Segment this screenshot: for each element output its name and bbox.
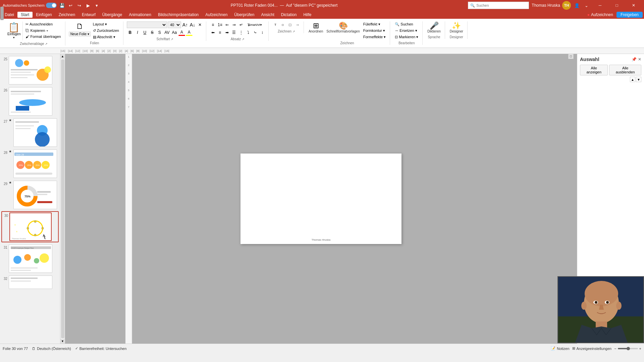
numbered-list-btn[interactable]: 1≡ — [217, 21, 223, 28]
indent-decrease-btn[interactable]: ⇐ — [224, 21, 230, 28]
scroll-down-btn[interactable]: ▼ — [60, 339, 65, 344]
zoom-thumb[interactable] — [627, 347, 630, 350]
cut-button[interactable]: ✂ Ausschneiden — [24, 21, 62, 27]
font-expand[interactable]: ↗ — [171, 38, 173, 41]
bold-button[interactable]: B — [127, 29, 133, 36]
search-input[interactable] — [476, 3, 527, 7]
scroll-thumb[interactable] — [0, 7, 4, 20]
zoom-plus-btn[interactable]: + — [639, 347, 641, 351]
slide-item[interactable]: 25 — [1, 55, 59, 85]
ribbon-collapse-icon[interactable]: ⌄ — [583, 2, 590, 9]
format-copy-button[interactable]: 🖌 Format übertragen — [24, 34, 62, 39]
menu-ueberpruefen[interactable]: Überprüfen — [231, 12, 258, 18]
case-btn[interactable]: Aa — [171, 29, 178, 36]
present-icon[interactable]: ▶ — [85, 2, 92, 9]
dictate-button[interactable]: 🎤 Diktieren — [426, 21, 442, 34]
slide-thumb-31[interactable]: CAGR Employee Budget Flow — [9, 244, 52, 273]
font-size-select[interactable]: 40 — [168, 21, 181, 28]
zoom-minus-btn[interactable]: − — [614, 347, 616, 351]
menu-aufzeichnen[interactable]: Aufzeichnen — [202, 12, 231, 18]
slide-canvas[interactable]: Thomas Hruska — [240, 154, 401, 244]
menu-datei[interactable]: Datei — [1, 12, 17, 18]
clipboard-expand[interactable]: ↗ — [45, 42, 48, 46]
shape-btn[interactable]: ○ — [279, 21, 286, 28]
close-button[interactable]: ✕ — [626, 0, 641, 11]
slide-thumb-29[interactable]: 75% — [13, 181, 57, 209]
show-all-button[interactable]: Alle anzeigen — [580, 65, 608, 75]
text-align-btn[interactable]: ⤷ — [252, 29, 259, 36]
minimize-button[interactable]: ─ — [592, 0, 608, 11]
underline-button[interactable]: U — [142, 29, 148, 36]
new-slide-top[interactable]: 🗋 — [74, 21, 86, 32]
columns-btn[interactable]: ⋮ — [238, 29, 245, 36]
undo-icon[interactable]: ↩ — [67, 2, 74, 9]
accessibility-status[interactable]: ✓ Barrierefreiheit: Untersuchen — [75, 346, 127, 351]
justify-btn[interactable]: ☰ — [231, 29, 237, 36]
canvas-area[interactable]: 1 2 3 4 5 6 7 Thomas Hruska — [65, 54, 577, 344]
menu-zeichnen[interactable]: Zeichnen — [55, 12, 78, 18]
effect-btn[interactable]: Formeffekte ▾ — [362, 34, 387, 40]
italic-button[interactable]: I — [134, 29, 141, 36]
slide-thumb-26[interactable] — [9, 87, 52, 116]
slide-item[interactable]: 26 — [1, 86, 59, 116]
share-icon[interactable]: 👤 — [574, 2, 580, 9]
text-field-btn[interactable]: T — [272, 21, 279, 28]
menu-aufzeichnen-right[interactable]: ● Aufzeichnen — [584, 12, 616, 18]
panel-close-btn[interactable]: ✕ — [638, 57, 641, 62]
menu-bildschirmpraesentaion[interactable]: Bildschirmpräsentation — [155, 12, 202, 18]
slide-item[interactable]: 27 ★ — [1, 118, 59, 147]
menu-uebergaenge[interactable]: Übergänge — [99, 12, 125, 18]
panel-up-btn[interactable]: ▲ — [630, 77, 635, 82]
drawing-expand[interactable]: ↗ — [292, 30, 295, 33]
line-spacing-btn[interactable]: ↕ — [259, 29, 266, 36]
arrange-button[interactable]: ⊞ Anordnen — [307, 21, 324, 34]
panel-pin-btn[interactable]: 📌 — [632, 57, 637, 62]
slide-thumb-25[interactable] — [9, 56, 52, 84]
strikethrough-button[interactable]: S — [149, 29, 156, 36]
menu-hilfe[interactable]: Hilfe — [300, 12, 315, 18]
highlight-btn[interactable]: A — [186, 29, 193, 36]
font-increase-btn[interactable]: A↑ — [182, 21, 189, 28]
font-family-select[interactable] — [127, 21, 167, 28]
align-left-btn[interactable]: ⬅ — [210, 29, 216, 36]
autosave-toggle[interactable] — [46, 3, 57, 8]
paste-button[interactable]: 📋 Einfügen ▾ — [5, 21, 23, 41]
slide-item[interactable]: 28 ★ Slide 28 25% 25% 25% 25% — [1, 149, 59, 179]
slide-item[interactable]: 32 — [1, 275, 59, 290]
font-color-btn[interactable]: A — [178, 29, 185, 36]
hide-all-button[interactable]: Alle ausblenden — [609, 65, 641, 75]
menu-start[interactable]: Start — [17, 12, 33, 18]
section-button[interactable]: ▤ Abschnitt ▾ — [92, 34, 120, 40]
outline-btn[interactable]: Formkontur ▾ — [362, 28, 387, 34]
view-settings-button[interactable]: ⊞ Anzeigeeinstellungen — [572, 346, 612, 351]
text-dir-btn[interactable]: ⤵ — [245, 29, 252, 36]
slide-thumb-28[interactable]: Slide 28 25% 25% 25% 25% — [13, 149, 57, 178]
rect-btn[interactable]: □ — [287, 21, 293, 28]
slide-item[interactable]: 31 CAGR Employee Budget Flow — [1, 244, 59, 274]
selection-handle[interactable]: □ — [568, 54, 574, 59]
zoom-slider[interactable] — [618, 348, 638, 349]
replace-button[interactable]: ↔ Ersetzen ▾ — [393, 28, 420, 34]
align-center-btn[interactable]: ≡ — [217, 29, 223, 36]
find-button[interactable]: 🔍 Suchen — [393, 21, 420, 27]
notes-button[interactable]: 📝 Notizen — [551, 346, 569, 351]
select-button[interactable]: ⊡ Markieren ▾ — [393, 34, 420, 40]
copy-button[interactable]: ⿻ Kopieren ▾ — [24, 28, 62, 33]
slide-thumb-27[interactable] — [13, 118, 57, 147]
slide-item-active[interactable]: 30 Thomas Hruska — [1, 211, 59, 242]
designer-button[interactable]: ✨ Designer — [448, 21, 465, 34]
indent-increase-btn[interactable]: ⇒ — [231, 21, 237, 28]
maximize-button[interactable]: □ — [609, 0, 625, 11]
clear-format-btn[interactable]: ✕ — [197, 21, 203, 28]
align-right-btn[interactable]: ➡ — [224, 29, 230, 36]
save-icon[interactable]: 💾 — [59, 2, 65, 9]
bullet-list-btn[interactable]: ≡ — [210, 21, 216, 28]
layout-button[interactable]: Layout ▾ — [92, 21, 120, 27]
menu-dictation[interactable]: Dictation — [278, 12, 300, 18]
user-avatar[interactable]: TH — [562, 1, 571, 10]
new-slide-dropdown[interactable]: Neue Folie ▾ — [69, 32, 91, 37]
slide-panel[interactable]: 25 26 — [0, 54, 60, 344]
slide-thumb-32[interactable] — [9, 276, 52, 289]
menu-einfuegen[interactable]: Einfügen — [33, 12, 55, 18]
quickstyle-button[interactable]: 🎨 Schnellformat­vorlagen — [325, 21, 361, 34]
